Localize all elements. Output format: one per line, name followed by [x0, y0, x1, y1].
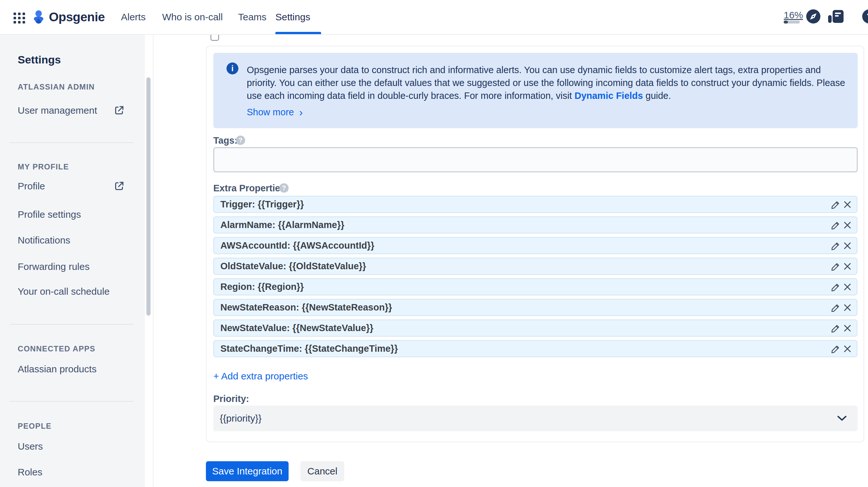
edit-property-button[interactable]	[830, 199, 842, 210]
sidebar-item-profile-settings[interactable]: Profile settings	[18, 209, 81, 220]
info-icon-glyph: i	[231, 64, 234, 73]
remove-property-button[interactable]	[842, 281, 853, 293]
opsgenie-logo-icon	[32, 10, 45, 25]
close-icon	[843, 282, 852, 292]
edit-property-button[interactable]	[830, 322, 842, 334]
priority-select[interactable]: {{priority}}	[213, 405, 858, 431]
close-icon	[843, 241, 852, 251]
chevron-right-icon: ›	[299, 108, 303, 117]
edit-property-button[interactable]	[830, 240, 842, 252]
close-icon	[843, 323, 852, 333]
info-panel: i Opsgenie parses your data to construct…	[213, 53, 858, 128]
top-nav-bar: Opsgenie Alerts Who is on-call Teams Set…	[0, 0, 868, 35]
tags-label: Tags:	[213, 135, 238, 146]
trial-progress-bar	[784, 21, 800, 24]
sidebar-section-connected-apps: CONNECTED APPS	[18, 344, 95, 353]
sidebar-section-people: PEOPLE	[18, 422, 52, 431]
sidebar-divider	[10, 401, 133, 402]
sidebar-scrollbar-thumb[interactable]	[146, 77, 151, 316]
remove-property-button[interactable]	[842, 199, 853, 210]
info-text-line1: Opsgenie parses your data to construct r…	[247, 65, 821, 75]
close-icon	[843, 261, 852, 271]
opsgenie-logo[interactable]: Opsgenie	[32, 9, 105, 25]
extra-property-value: StateChangeTime: {{StateChangeTime}}	[220, 343, 398, 354]
info-icon: i	[226, 62, 238, 75]
sidebar-item-roles[interactable]: Roles	[18, 466, 42, 478]
question-mark-icon: ?	[282, 184, 286, 192]
priority-label: Priority:	[213, 394, 249, 404]
edit-property-button[interactable]	[830, 343, 842, 354]
nav-tab-settings[interactable]: Settings	[275, 0, 310, 34]
add-extra-properties-link[interactable]: + Add extra properties	[213, 371, 308, 382]
sidebar-item-atlassian-products[interactable]: Atlassian products	[18, 363, 96, 375]
remove-property-button[interactable]	[842, 261, 853, 272]
pencil-icon	[831, 303, 841, 313]
extra-property-row: Region: {{Region}}	[213, 278, 857, 295]
close-icon	[843, 200, 852, 209]
edit-property-button[interactable]	[830, 219, 842, 231]
sidebar-item-users[interactable]: Users	[18, 440, 43, 452]
release-notes-icon	[828, 10, 845, 24]
nav-tab-who-is-on-call[interactable]: Who is on-call	[162, 0, 223, 34]
tags-input[interactable]	[213, 147, 858, 172]
external-link-icon	[113, 180, 125, 192]
sidebar-divider	[10, 142, 133, 143]
integration-settings-card: i Opsgenie parses your data to construct…	[206, 46, 864, 442]
sidebar-section-atlassian-admin: ATLASSIAN ADMIN	[18, 82, 95, 91]
pencil-icon	[831, 199, 841, 210]
extra-property-value: OldStateValue: {{OldStateValue}}	[220, 261, 366, 271]
cancel-button[interactable]: Cancel	[301, 461, 344, 481]
tags-help-icon[interactable]: ?	[236, 136, 245, 145]
extra-property-value: AlarmName: {{AlarmName}}	[220, 220, 344, 230]
edit-property-button[interactable]	[830, 302, 842, 313]
show-more-label: Show more	[247, 107, 294, 118]
close-icon	[843, 220, 852, 230]
close-icon	[843, 344, 852, 354]
app-switcher-grid-icon	[13, 11, 25, 24]
extra-property-row: AWSAccountId: {{AWSAccountId}}	[213, 237, 857, 254]
remove-property-button[interactable]	[842, 302, 853, 313]
app-switcher-button[interactable]	[13, 11, 25, 24]
save-integration-button[interactable]: Save Integration	[206, 461, 288, 481]
nav-tab-alerts[interactable]: Alerts	[121, 0, 146, 34]
extra-properties-list: Trigger: {{Trigger}} AlarmName: {{AlarmN…	[213, 196, 857, 357]
extra-properties-help-icon[interactable]: ?	[279, 183, 288, 193]
brand-name: Opsgenie	[49, 10, 105, 24]
remove-property-button[interactable]	[842, 322, 853, 334]
sidebar-title: Settings	[18, 54, 61, 66]
question-mark-icon: ?	[238, 137, 242, 144]
sidebar-item-notifications[interactable]: Notifications	[18, 234, 70, 246]
external-link-icon	[113, 105, 125, 116]
pencil-icon	[831, 240, 841, 251]
info-panel-text: Opsgenie parses your data to construct r…	[247, 63, 848, 102]
show-more-link[interactable]: Show more ›	[247, 107, 303, 118]
extra-property-row: AlarmName: {{AlarmName}}	[213, 217, 857, 233]
extra-property-value: Trigger: {{Trigger}}	[220, 199, 304, 210]
trial-progress-label[interactable]: 16%	[784, 10, 803, 21]
whats-new-button[interactable]	[828, 10, 845, 24]
info-text-line3-end: guide.	[643, 90, 671, 101]
extra-property-row: NewStateReason: {{NewStateReason}}	[213, 299, 857, 316]
edit-property-button[interactable]	[830, 281, 842, 293]
nav-tab-teams[interactable]: Teams	[238, 0, 267, 34]
pencil-icon	[831, 344, 841, 354]
priority-selected-value: {{priority}}	[220, 413, 261, 424]
extra-property-value: AWSAccountId: {{AWSAccountId}}	[220, 240, 374, 251]
help-icon: ?	[867, 11, 868, 22]
sidebar-item-profile[interactable]: Profile	[18, 180, 45, 192]
dynamic-fields-link[interactable]: Dynamic Fields	[575, 90, 643, 101]
remove-property-button[interactable]	[842, 343, 853, 354]
sidebar-item-your-on-call-schedule[interactable]: Your on-call schedule	[18, 286, 110, 297]
explore-button[interactable]	[806, 9, 820, 24]
sidebar-item-forwarding-rules[interactable]: Forwarding rules	[18, 261, 89, 273]
remove-property-button[interactable]	[842, 219, 853, 231]
pencil-icon	[831, 220, 841, 230]
help-button[interactable]: ?	[862, 9, 868, 24]
pencil-icon	[831, 261, 841, 271]
close-icon	[843, 303, 852, 312]
info-text-line2: priority. You can either use the default…	[247, 78, 814, 88]
edit-property-button[interactable]	[830, 261, 842, 272]
pencil-icon	[831, 323, 841, 333]
remove-property-button[interactable]	[842, 240, 853, 252]
sidebar-item-user-management[interactable]: User management	[18, 105, 97, 116]
